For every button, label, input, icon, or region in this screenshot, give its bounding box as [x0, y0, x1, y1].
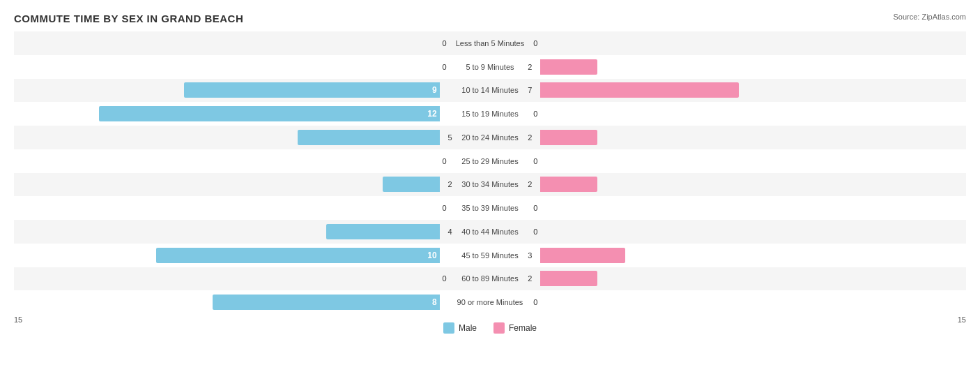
legend-female-box [493, 322, 505, 334]
bar-male: 4 [326, 224, 440, 239]
male-value: 9 [432, 85, 437, 95]
axis-right: 15 [958, 315, 966, 336]
legend-male-box [443, 322, 454, 334]
left-side: 5 [14, 126, 443, 149]
bar-row: 0 5 to 9 Minutes 2 [14, 55, 966, 79]
right-side: 0 [537, 31, 966, 55]
bar-row: 4 40 to 44 Minutes 0 [14, 220, 966, 244]
bar-male: 2 [383, 177, 439, 192]
left-side: 0 [14, 149, 443, 173]
bar-row: 0 35 to 39 Minutes 0 [14, 196, 966, 220]
left-side: 9 [14, 79, 443, 103]
right-side: 0 [537, 290, 966, 314]
bar-row: 12 15 to 19 Minutes 0 [14, 102, 966, 126]
left-side: 0 [14, 196, 443, 220]
row-label: 20 to 24 Minutes [443, 133, 538, 142]
right-side: 0 [537, 196, 966, 220]
bar-row: 0 60 to 89 Minutes 2 [14, 267, 966, 291]
right-side: 2 [537, 55, 966, 79]
bar-female: 2 [540, 130, 597, 145]
row-label: 30 to 34 Minutes [443, 180, 538, 188]
row-label: 15 to 19 Minutes [443, 110, 538, 118]
bar-row: 0 25 to 29 Minutes 0 [14, 149, 966, 173]
chart-container: COMMUTE TIME BY SEX IN GRAND BEACH Sourc… [0, 0, 980, 365]
row-label: 90 or more Minutes [443, 298, 538, 306]
legend-male-label: Male [459, 323, 477, 333]
bar-female: 2 [540, 59, 597, 75]
right-side: 3 [537, 244, 966, 267]
right-side: 0 [537, 149, 966, 173]
axis-left: 15 [14, 315, 22, 336]
left-side: 2 [14, 173, 443, 197]
row-label: 25 to 29 Minutes [443, 157, 538, 165]
right-side: 0 [537, 220, 966, 244]
bar-row: 10 45 to 59 Minutes 3 [14, 244, 966, 267]
bar-male: 10 [156, 248, 440, 263]
bar-row: 2 30 to 34 Minutes 2 [14, 173, 966, 197]
left-side: 0 [14, 55, 443, 79]
right-side: 2 [537, 267, 966, 291]
right-side: 0 [537, 102, 966, 126]
left-side: 8 [14, 290, 443, 314]
bar-row: 5 20 to 24 Minutes 2 [14, 126, 966, 149]
left-side: 0 [14, 31, 443, 55]
row-label: 40 to 44 Minutes [443, 228, 538, 236]
left-side: 12 [14, 102, 443, 126]
male-value: 10 [427, 251, 436, 260]
left-side: 0 [14, 267, 443, 291]
bar-male: 8 [213, 295, 440, 310]
bar-male: 5 [298, 130, 440, 145]
source-text: Source: ZipAtlas.com [893, 13, 966, 21]
row-label: 5 to 9 Minutes [443, 63, 538, 71]
left-side: 10 [14, 244, 443, 267]
right-side: 2 [537, 126, 966, 149]
bar-male: 9 [184, 82, 439, 98]
left-side: 4 [14, 220, 443, 244]
chart-title: COMMUTE TIME BY SEX IN GRAND BEACH [14, 13, 966, 24]
legend-male: Male [443, 322, 477, 334]
row-label: 60 to 89 Minutes [443, 274, 538, 283]
bar-female: 2 [540, 177, 597, 192]
row-label: 45 to 59 Minutes [443, 251, 538, 260]
bar-female: 3 [540, 248, 625, 263]
axis-labels: 15 Male Female 15 [14, 314, 966, 338]
row-label: 35 to 39 Minutes [443, 204, 538, 212]
bar-male: 12 [99, 106, 440, 121]
male-value: 8 [432, 297, 437, 307]
row-label: Less than 5 Minutes [443, 39, 538, 47]
bar-row: 9 10 to 14 Minutes 7 [14, 79, 966, 103]
right-side: 7 [537, 79, 966, 103]
legend-area: Male Female [443, 320, 537, 336]
male-value: 12 [427, 109, 436, 119]
bar-row: 8 90 or more Minutes 0 [14, 290, 966, 314]
row-label: 10 to 14 Minutes [443, 86, 538, 94]
bar-row: 0 Less than 5 Minutes 0 [14, 31, 966, 55]
legend-female: Female [493, 322, 537, 334]
bars-area: 0 Less than 5 Minutes 0 0 5 to 9 Minutes… [14, 31, 966, 314]
legend-female-label: Female [509, 323, 537, 333]
bar-female: 2 [540, 271, 597, 286]
bar-female: 7 [540, 82, 739, 98]
right-side: 2 [537, 173, 966, 197]
